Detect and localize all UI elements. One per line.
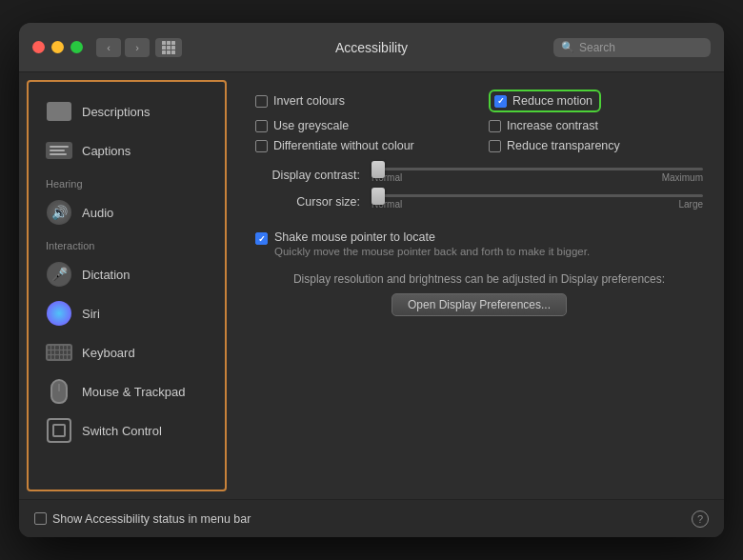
cursor-size-section: Cursor size: Normal Large xyxy=(255,194,703,211)
dictation-icon: 🎤 xyxy=(46,261,72,288)
sidebar-item-descriptions[interactable]: Descriptions xyxy=(34,92,219,130)
cursor-size-label: Cursor size: xyxy=(255,195,360,209)
window-title: Accessibility xyxy=(335,40,408,55)
sidebar-item-mouse-trackpad[interactable]: Mouse & Trackpad xyxy=(34,372,219,410)
display-note: Display resolution and brightness can be… xyxy=(255,272,703,286)
cursor-size-track xyxy=(372,194,703,197)
show-accessibility-status-label: Show Accessibility status in menu bar xyxy=(52,512,251,526)
descriptions-icon xyxy=(46,98,72,125)
search-bar[interactable]: 🔍 Search xyxy=(553,38,711,57)
shake-mouse-description: Quickly move the mouse pointer back and … xyxy=(274,246,590,257)
traffic-lights xyxy=(32,41,83,53)
sidebar-item-keyboard[interactable]: Keyboard xyxy=(34,333,219,371)
reduce-transparency-option[interactable]: Reduce transparency xyxy=(489,139,703,152)
audio-icon: 🔊 xyxy=(46,199,72,226)
bottom-bar: Show Accessibility status in menu bar ? xyxy=(19,499,724,537)
switch-control-icon xyxy=(46,417,72,444)
maximize-button[interactable] xyxy=(70,41,83,53)
keyboard-icon xyxy=(46,339,72,366)
display-contrast-slider[interactable]: Normal Maximum xyxy=(372,168,703,183)
show-accessibility-status-checkbox[interactable] xyxy=(34,512,47,525)
shake-mouse-section: Shake mouse pointer to locate Quickly mo… xyxy=(255,230,703,257)
sidebar-item-audio-label: Audio xyxy=(82,206,113,220)
shake-mouse-checkbox[interactable] xyxy=(255,232,268,245)
invert-colours-option[interactable]: Invert colours xyxy=(255,90,470,112)
reduce-motion-checkbox[interactable] xyxy=(494,95,507,108)
accessibility-window: ‹ › Accessibility 🔍 Search xyxy=(19,23,724,537)
sidebar-item-siri-label: Siri xyxy=(82,307,100,321)
differentiate-without-colour-label: Differentiate without colour xyxy=(273,139,414,152)
sidebar-item-dictation[interactable]: 🎤 Dictation xyxy=(34,255,219,293)
display-contrast-label: Display contrast: xyxy=(255,169,360,182)
search-input[interactable]: Search xyxy=(579,41,615,54)
sidebar-item-captions-label: Captions xyxy=(82,144,131,158)
display-contrast-thumb[interactable] xyxy=(372,161,385,178)
sidebar: Descriptions Captions Hearing xyxy=(27,80,227,491)
differentiate-without-colour-option[interactable]: Differentiate without colour xyxy=(255,139,470,152)
cursor-size-slider[interactable]: Normal Large xyxy=(372,194,703,210)
sidebar-item-audio[interactable]: 🔊 Audio xyxy=(34,193,219,231)
captions-icon xyxy=(46,137,72,164)
sidebar-item-switch-control[interactable]: Switch Control xyxy=(34,411,219,450)
open-display-preferences-button[interactable]: Open Display Preferences... xyxy=(392,293,567,316)
forward-icon: › xyxy=(135,42,139,53)
help-button[interactable]: ? xyxy=(692,510,709,528)
sidebar-item-siri[interactable]: Siri xyxy=(34,294,219,332)
invert-colours-checkbox[interactable] xyxy=(255,95,268,108)
display-contrast-labels: Normal Maximum xyxy=(372,172,703,183)
reduce-motion-label: Reduce motion xyxy=(512,94,592,108)
use-greyscale-checkbox[interactable] xyxy=(255,120,268,132)
help-icon: ? xyxy=(697,513,703,525)
sidebar-section-hearing: Hearing xyxy=(29,170,225,192)
mouse-icon xyxy=(46,378,72,405)
display-contrast-track xyxy=(372,168,703,170)
main-content: Descriptions Captions Hearing xyxy=(19,72,724,499)
differentiate-without-colour-checkbox[interactable] xyxy=(255,140,268,152)
invert-colours-label: Invert colours xyxy=(273,94,345,108)
shake-mouse-title: Shake mouse pointer to locate xyxy=(274,230,590,244)
reduce-transparency-checkbox[interactable] xyxy=(489,140,501,152)
sidebar-item-descriptions-label: Descriptions xyxy=(82,105,151,119)
show-accessibility-status-row[interactable]: Show Accessibility status in menu bar xyxy=(34,512,251,526)
use-greyscale-label: Use greyscale xyxy=(273,119,349,132)
siri-icon xyxy=(46,300,72,327)
sidebar-item-keyboard-label: Keyboard xyxy=(82,346,135,360)
close-button[interactable] xyxy=(32,41,45,53)
grid-icon xyxy=(162,41,175,54)
sidebar-item-dictation-label: Dictation xyxy=(82,268,131,282)
search-icon: 🔍 xyxy=(561,41,574,53)
cursor-size-labels: Normal Large xyxy=(372,199,703,210)
nav-arrows: ‹ › xyxy=(96,38,150,57)
sidebar-section-interaction: Interaction xyxy=(29,232,225,254)
increase-contrast-label: Increase contrast xyxy=(507,119,598,132)
increase-contrast-checkbox[interactable] xyxy=(489,120,501,132)
reduce-transparency-label: Reduce transparency xyxy=(507,139,620,152)
cursor-size-max-label: Large xyxy=(678,199,703,210)
grid-view-button[interactable] xyxy=(155,38,182,57)
sidebar-item-mouse-trackpad-label: Mouse & Trackpad xyxy=(82,385,185,399)
display-contrast-max-label: Maximum xyxy=(662,172,703,183)
cursor-size-thumb[interactable] xyxy=(372,188,385,205)
minimize-button[interactable] xyxy=(51,41,64,53)
display-options: Invert colours Reduce motion Use greysca… xyxy=(255,90,703,152)
use-greyscale-option[interactable]: Use greyscale xyxy=(255,119,470,132)
back-button[interactable]: ‹ xyxy=(96,38,121,57)
sidebar-item-captions[interactable]: Captions xyxy=(34,131,219,170)
sidebar-item-switch-control-label: Switch Control xyxy=(82,424,162,438)
titlebar: ‹ › Accessibility 🔍 Search xyxy=(19,23,724,72)
increase-contrast-option[interactable]: Increase contrast xyxy=(489,119,703,132)
display-contrast-section: Display contrast: Normal Maximum xyxy=(255,168,703,185)
forward-button[interactable]: › xyxy=(125,38,150,57)
back-icon: ‹ xyxy=(107,42,110,53)
shake-mouse-text: Shake mouse pointer to locate Quickly mo… xyxy=(274,230,590,257)
right-panel: Invert colours Reduce motion Use greysca… xyxy=(234,72,724,499)
reduce-motion-wrapper: Reduce motion xyxy=(489,90,601,112)
